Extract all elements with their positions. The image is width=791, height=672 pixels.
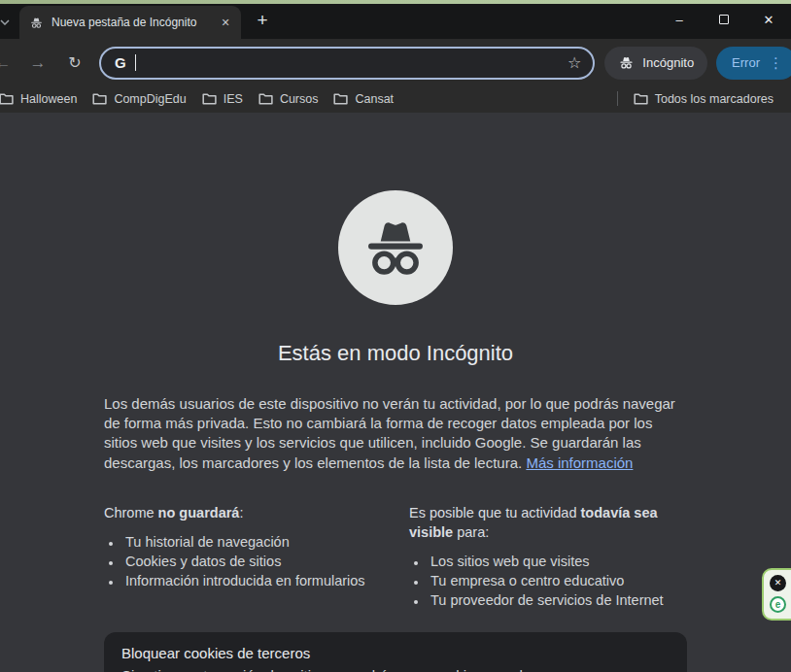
folder-icon xyxy=(634,92,648,105)
all-bookmarks-button[interactable]: Todos los marcadores xyxy=(626,89,781,109)
list-item: Cookies y datos de sitios xyxy=(122,552,394,571)
list-item: Tu historial de navegación xyxy=(122,532,394,552)
list-item: Los sitios web que visites xyxy=(428,552,687,571)
bookmark-label: Cursos xyxy=(280,92,319,106)
incognito-favicon-icon xyxy=(29,16,44,30)
all-bookmarks-label: Todos los marcadores xyxy=(655,92,774,106)
bookmark-folder-compdigedu[interactable]: CompDigEdu xyxy=(85,89,193,109)
bookmark-star-icon[interactable]: ☆ xyxy=(567,53,581,72)
tab-search-chevron-icon[interactable] xyxy=(0,6,14,39)
tab-title: Nueva pestaña de Incógnito xyxy=(52,16,210,29)
intro-paragraph: Los demás usuarios de este dispositivo n… xyxy=(104,394,687,473)
folder-icon xyxy=(202,92,217,105)
folder-icon xyxy=(258,92,273,105)
error-badge-label: Error xyxy=(732,55,760,70)
back-button[interactable]: ← xyxy=(0,49,17,78)
cookies-card-description: Si activas esta opción, los sitios no po… xyxy=(121,666,617,672)
browser-menu-error-button[interactable]: Error ⋮ xyxy=(716,47,791,80)
still-visible-list: Los sitios web que visites Tu empresa o … xyxy=(409,552,687,610)
bookmark-label: IES xyxy=(224,92,243,106)
bookmark-label: Cansat xyxy=(355,92,394,106)
incognito-badge-icon xyxy=(618,54,635,71)
incognito-page: Estás en modo Incógnito Los demás usuari… xyxy=(104,190,687,672)
wont-save-column: Chrome no guardará: Tu historial de nave… xyxy=(104,503,394,610)
maximize-button[interactable] xyxy=(702,4,746,35)
learn-more-link[interactable]: Más información xyxy=(526,454,633,471)
widget-close-icon[interactable]: ✕ xyxy=(770,575,786,591)
wont-save-heading: Chrome no guardará: xyxy=(104,503,394,522)
list-item: Tu proveedor de servicios de Internet xyxy=(428,590,687,610)
tab-strip: Nueva pestaña de Incógnito ✕ + – ✕ xyxy=(0,4,791,39)
bookmark-folder-cansat[interactable]: Cansat xyxy=(326,89,401,109)
reload-button[interactable]: ↻ xyxy=(60,49,89,78)
block-cookies-card: Bloquear cookies de terceros Si activas … xyxy=(104,632,687,672)
widget-logo-icon[interactable]: e xyxy=(770,596,786,613)
new-tab-button[interactable]: + xyxy=(251,10,274,33)
browser-window: Nueva pestaña de Incógnito ✕ + – ✕ ← → ↻… xyxy=(0,0,791,672)
cookies-card-title: Bloquear cookies de terceros xyxy=(121,645,617,661)
incognito-badge: Incógnito xyxy=(604,47,707,80)
bookmark-label: Halloween xyxy=(20,92,77,106)
window-controls: – ✕ xyxy=(657,4,791,39)
bookmark-label: CompDigEdu xyxy=(114,92,186,106)
kebab-menu-icon[interactable]: ⋮ xyxy=(769,55,783,70)
page-title: Estás en modo Incógnito xyxy=(104,341,687,366)
minimize-button[interactable]: – xyxy=(657,4,702,35)
folder-icon xyxy=(0,92,14,105)
bookmarks-divider xyxy=(617,91,618,106)
text-caret xyxy=(135,54,137,71)
toolbar: ← → ↻ G ☆ Incógnito Error ⋮ xyxy=(0,39,791,86)
tab-close-icon[interactable]: ✕ xyxy=(218,15,233,30)
maximize-icon xyxy=(719,15,729,24)
info-columns: Chrome no guardará: Tu historial de nave… xyxy=(104,503,687,610)
bookmarks-bar: Halloween CompDigEdu IES Cursos Cansat T… xyxy=(0,86,791,113)
wont-save-list: Tu historial de navegación Cookies y dat… xyxy=(104,532,394,590)
address-bar[interactable]: G ☆ xyxy=(99,47,595,80)
bookmark-folder-cursos[interactable]: Cursos xyxy=(251,89,327,109)
bookmark-folder-ies[interactable]: IES xyxy=(194,89,251,109)
still-visible-column: Es posible que tu actividad todavía sea … xyxy=(409,503,687,610)
tab-incognito[interactable]: Nueva pestaña de Incógnito ✕ xyxy=(19,6,241,39)
folder-icon xyxy=(333,92,348,105)
list-item: Información introducida en formularios xyxy=(122,571,394,590)
bookmark-folder-halloween[interactable]: Halloween xyxy=(0,89,85,109)
list-item: Tu empresa o centro educativo xyxy=(428,571,687,590)
forward-button[interactable]: → xyxy=(23,49,52,78)
extension-overlay-widget[interactable]: ✕ e xyxy=(762,568,791,621)
incognito-hero-icon xyxy=(338,190,453,305)
window-close-button[interactable]: ✕ xyxy=(746,4,791,35)
incognito-badge-label: Incógnito xyxy=(642,55,694,70)
still-visible-heading: Es posible que tu actividad todavía sea … xyxy=(409,503,687,542)
google-search-icon: G xyxy=(115,54,126,71)
folder-icon xyxy=(92,92,107,105)
